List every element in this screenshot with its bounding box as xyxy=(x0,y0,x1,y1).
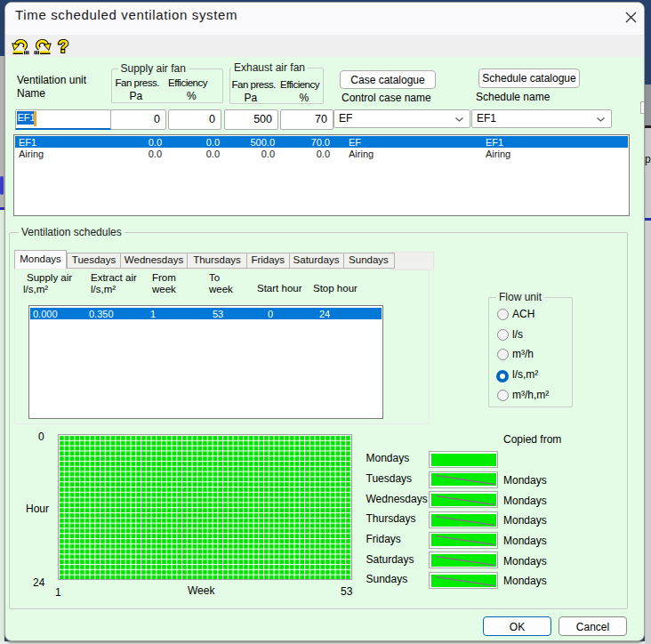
svg-text:?: ? xyxy=(58,36,68,56)
